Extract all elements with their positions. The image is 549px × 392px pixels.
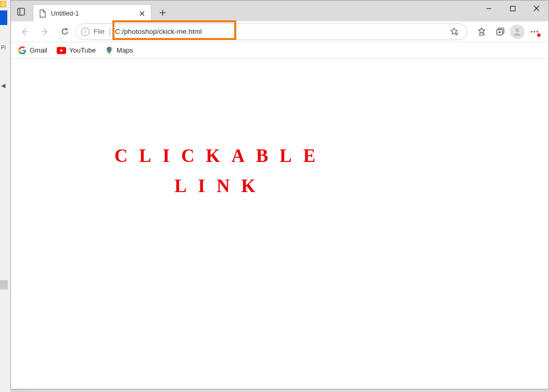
address-bar[interactable]: i File | C:/photoshop/ckick-me.html <box>75 23 467 40</box>
address-url: C:/photoshop/ckick-me.html <box>115 28 441 35</box>
star-list-icon <box>477 27 487 36</box>
chevron-left-icon: ◀ <box>1 82 5 89</box>
bookmark-label: Maps <box>117 46 133 54</box>
folder-icon <box>0 1 6 7</box>
bookmark-youtube[interactable]: YouTube <box>57 46 96 54</box>
reload-button[interactable] <box>56 23 73 41</box>
tab-strip: Untitled-1 <box>11 1 548 21</box>
new-tab-button[interactable] <box>155 5 170 20</box>
plus-icon <box>159 9 166 16</box>
google-icon <box>18 46 27 55</box>
forward-button[interactable] <box>36 23 54 41</box>
browser-tab[interactable]: Untitled-1 <box>33 4 151 22</box>
site-info-icon[interactable]: i <box>81 28 90 36</box>
back-button[interactable] <box>16 23 34 41</box>
svg-point-23 <box>537 31 538 32</box>
svg-point-22 <box>534 31 535 32</box>
tab-title: Untitled-1 <box>51 10 133 17</box>
background-app-stripe <box>0 10 7 25</box>
maps-icon <box>105 46 113 55</box>
tab-actions-button[interactable] <box>11 2 31 21</box>
window-minimize-button[interactable] <box>477 1 501 16</box>
desktop-background: Pi ◀ <box>0 0 10 392</box>
browser-toolbar: i File | C:/photoshop/ckick-me.html <box>11 21 548 42</box>
file-icon <box>39 9 47 18</box>
collections-button[interactable] <box>491 23 509 41</box>
profile-button[interactable] <box>510 24 525 39</box>
background-label: Pi <box>1 45 6 50</box>
arrow-left-icon <box>20 27 30 36</box>
arrow-right-icon <box>40 27 49 36</box>
address-scheme: File <box>94 28 105 35</box>
browser-window: Untitled-1 <box>10 0 549 389</box>
tab-close-button[interactable] <box>137 9 147 18</box>
person-icon <box>512 27 522 37</box>
favorites-button[interactable] <box>473 23 490 41</box>
close-icon <box>139 11 145 16</box>
page-content: CLICKABLE LINK <box>11 59 548 389</box>
bookmarks-bar: Gmail YouTube Maps <box>11 42 548 59</box>
tab-actions-icon <box>17 8 25 16</box>
more-button[interactable] <box>526 23 543 41</box>
favorite-button[interactable] <box>445 23 463 41</box>
minimize-icon <box>486 6 492 11</box>
maximize-icon <box>510 6 516 11</box>
svg-point-21 <box>531 31 532 32</box>
bookmark-maps[interactable]: Maps <box>105 46 133 55</box>
clickable-link-heading[interactable]: CLICKABLE LINK <box>104 141 338 201</box>
notification-badge-icon <box>537 33 541 37</box>
status-bar-fragment: · · · · · · <box>10 387 31 392</box>
window-maximize-button[interactable] <box>501 1 525 16</box>
background-selection <box>0 280 8 289</box>
bookmark-label: Gmail <box>30 46 47 54</box>
collections-icon <box>495 27 505 36</box>
reload-icon <box>60 27 69 36</box>
bookmark-gmail[interactable]: Gmail <box>18 46 47 55</box>
close-icon <box>533 5 540 11</box>
youtube-icon <box>57 47 66 54</box>
svg-point-20 <box>516 28 519 32</box>
window-close-button[interactable] <box>525 1 548 16</box>
svg-rect-7 <box>510 6 515 11</box>
window-controls <box>477 1 548 16</box>
address-separator: | <box>109 27 111 36</box>
bookmark-label: YouTube <box>69 46 96 54</box>
svg-rect-0 <box>17 8 24 15</box>
star-plus-icon <box>450 27 458 36</box>
svg-point-25 <box>108 48 110 50</box>
